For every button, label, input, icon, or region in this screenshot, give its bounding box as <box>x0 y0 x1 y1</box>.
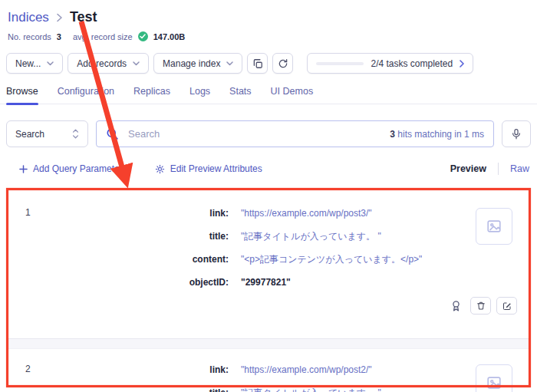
divider <box>498 163 499 175</box>
refresh-button[interactable] <box>272 53 293 74</box>
chevron-right-icon <box>460 60 464 68</box>
add-records-button[interactable]: Add records <box>68 53 149 74</box>
record-fields: link: "https://example.com/wp/post2/" ti… <box>6 349 531 392</box>
field-value: "https://example.com/wp/post3/" <box>241 206 372 220</box>
records-count-value: 3 <box>57 32 61 41</box>
field-key: link: <box>6 363 229 377</box>
chevron-down-icon <box>133 61 140 66</box>
field-value: "29977821" <box>241 275 291 289</box>
search-icon <box>106 127 119 140</box>
record-card-2: 2 link: "https://example.com/wp/post2/" … <box>6 349 531 392</box>
new-button-label: New... <box>15 58 41 69</box>
gear-icon <box>155 164 165 174</box>
record-card-1: 1 link: "https://example.com/wp/post3/" … <box>6 193 531 338</box>
record-size-label: avg. record size <box>73 32 133 41</box>
field-key: link: <box>6 206 229 220</box>
query-params-row: Add Query Parameter Edit Preview Attribu… <box>6 163 531 175</box>
records-list: 1 link: "https://example.com/wp/post3/" … <box>6 193 531 392</box>
record-size-value: 147.00B <box>153 32 186 41</box>
ribbon-icon <box>451 300 461 312</box>
tasks-progress-button[interactable]: 2/4 tasks completed <box>307 53 473 74</box>
field-row-link: link: "https://example.com/wp/post3/" <box>6 206 531 220</box>
add-records-label: Add records <box>77 58 127 69</box>
tab-stats[interactable]: Stats <box>229 86 252 104</box>
chevron-updown-icon <box>72 129 79 139</box>
trash-icon <box>476 301 486 311</box>
add-query-parameter-button[interactable]: Add Query Parameter <box>19 163 123 174</box>
field-value: "https://example.com/wp/post2/" <box>241 363 372 377</box>
field-key: title: <box>6 229 229 243</box>
edit-record-button[interactable] <box>496 297 517 315</box>
records-separator <box>6 338 531 349</box>
tab-browse[interactable]: Browse <box>6 86 38 104</box>
chevron-right-icon <box>56 13 63 22</box>
manage-index-button[interactable]: Manage index <box>153 53 242 74</box>
breadcrumb-indices-link[interactable]: Indices <box>8 10 49 25</box>
algolia-index-browse-page: Indices Test No. records 3 avg. record s… <box>0 0 537 392</box>
hits-status: 3 hits matching in 1 ms <box>390 129 484 140</box>
tab-replicas[interactable]: Replicas <box>133 86 170 104</box>
breadcrumb: Indices Test <box>8 9 529 25</box>
field-row-link: link: "https://example.com/wp/post2/" <box>6 363 531 377</box>
promote-record-button[interactable] <box>451 300 461 312</box>
copy-icon <box>252 58 263 69</box>
hits-count: 3 <box>390 129 395 140</box>
hits-text: hits matching in 1 ms <box>395 129 484 140</box>
edit-icon <box>502 301 512 311</box>
tasks-progress-bar <box>316 62 364 65</box>
add-query-parameter-label: Add Query Parameter <box>33 163 123 174</box>
image-icon <box>486 374 502 391</box>
raw-toggle[interactable]: Raw <box>510 163 529 174</box>
field-value: "記事タイトルが入っています。 " <box>241 386 381 392</box>
record-fields: link: "https://example.com/wp/post3/" ti… <box>6 193 531 289</box>
index-stats: No. records 3 avg. record size 147.00B <box>8 31 529 41</box>
view-mode-toggle: Preview Raw <box>450 163 529 175</box>
plus-icon <box>19 165 28 173</box>
field-row-title: title: "記事タイトルが入っています。 " <box>6 229 531 243</box>
edit-preview-attributes-button[interactable]: Edit Preview Attributes <box>155 163 262 174</box>
field-value: "記事タイトルが入っています。 " <box>241 229 381 243</box>
image-icon <box>486 218 502 235</box>
check-circle-icon <box>138 31 148 41</box>
copy-index-button[interactable] <box>247 53 268 74</box>
edit-preview-attributes-label: Edit Preview Attributes <box>170 163 262 174</box>
field-key: title: <box>6 386 229 392</box>
record-index: 1 <box>25 207 31 218</box>
record-actions <box>451 297 517 315</box>
field-key: objectID: <box>6 275 229 289</box>
field-value: "<p>記事コンテンツが入っています。</p>" <box>241 252 422 266</box>
preview-toggle[interactable]: Preview <box>450 163 486 174</box>
manage-index-label: Manage index <box>163 58 220 69</box>
record-index: 2 <box>25 364 31 374</box>
index-toolbar: New... Add records Manage index 2/4 task… <box>0 53 537 74</box>
search-scope-select[interactable]: Search <box>6 120 88 147</box>
search-scope-value: Search <box>15 129 44 140</box>
microphone-icon <box>511 128 522 140</box>
records-count-label: No. records <box>8 32 51 41</box>
tab-ui-demos[interactable]: UI Demos <box>271 86 314 104</box>
voice-search-button[interactable] <box>502 120 531 147</box>
chevron-down-icon <box>47 61 54 66</box>
field-key: content: <box>6 252 229 266</box>
record-thumbnail-placeholder <box>476 208 512 245</box>
search-row: Search 3 hits matching in 1 ms <box>6 120 531 147</box>
tab-configuration[interactable]: Configuration <box>58 86 114 104</box>
page-header: Indices Test No. records 3 avg. record s… <box>0 0 537 41</box>
new-button[interactable]: New... <box>6 53 63 74</box>
tab-logs[interactable]: Logs <box>189 86 210 104</box>
index-tabs: Browse Configuration Replicas Logs Stats… <box>0 86 537 104</box>
record-thumbnail-placeholder <box>476 364 512 392</box>
field-row-objectid: objectID: "29977821" <box>6 275 531 289</box>
field-row-title: title: "記事タイトルが入っています。 " <box>6 386 531 392</box>
browse-content: Search 3 hits matching in 1 ms <box>0 120 537 392</box>
field-row-content: content: "<p>記事コンテンツが入っています。</p>" <box>6 252 531 266</box>
refresh-icon <box>278 58 288 69</box>
delete-record-button[interactable] <box>470 297 491 315</box>
page-title: Test <box>70 9 97 25</box>
tasks-progress-label: 2/4 tasks completed <box>371 58 453 69</box>
search-box[interactable]: 3 hits matching in 1 ms <box>96 120 494 147</box>
chevron-down-icon <box>226 61 233 66</box>
search-input[interactable] <box>127 127 382 140</box>
